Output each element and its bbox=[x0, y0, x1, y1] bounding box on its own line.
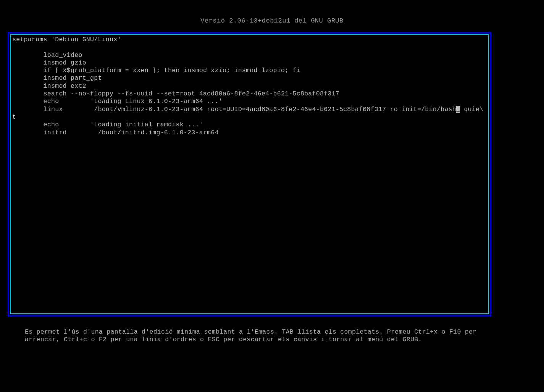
grub-editor-inner: setparams 'Debian GNU/Linux' load_video … bbox=[10, 34, 489, 314]
grub-help-text: Es permet l'ús d'una pantalla d'edició m… bbox=[25, 328, 476, 343]
grub-version-title: Versió 2.06-13+deb12u1 del GNU GRUB bbox=[200, 17, 344, 24]
grub-header: Versió 2.06-13+deb12u1 del GNU GRUB bbox=[0, 0, 544, 32]
editor-cursor: _ bbox=[456, 106, 460, 113]
grub-editor-content[interactable]: setparams 'Debian GNU/Linux' load_video … bbox=[11, 35, 488, 137]
grub-editor-frame: setparams 'Debian GNU/Linux' load_video … bbox=[8, 32, 491, 316]
grub-help-footer: Es permet l'ús d'una pantalla d'edició m… bbox=[25, 328, 485, 344]
